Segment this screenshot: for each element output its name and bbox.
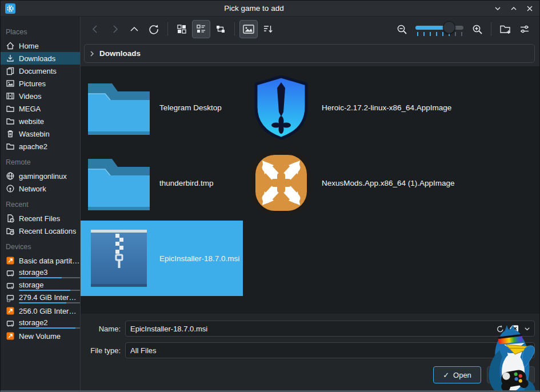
dialog-footer: Name:: [81, 314, 539, 390]
file-dialog-window: Pick game to add PlacesHomeDownloadsDocu…: [0, 0, 540, 392]
section-title-places: Places: [6, 28, 80, 36]
sidebar-item-recent-files[interactable]: Recent Files: [1, 212, 80, 225]
file-item-nexusmods-app-x86-64-1-appimage[interactable]: NexusMods.App.x86_64 (1).AppImage: [243, 145, 539, 221]
file-item-epicinstaller-18-7-0-msi[interactable]: EpicInstaller-18.7.0.msi: [81, 221, 243, 296]
breadcrumb-folder[interactable]: Downloads: [99, 49, 141, 58]
folder-icon: [6, 117, 15, 126]
sidebar-item-256-0-gib-intern-[interactable]: 256.0 GiB Intern…: [1, 305, 80, 317]
filetype-label: File type:: [85, 346, 121, 355]
sidebar-item-279-4-gib-intern-[interactable]: 279.4 GiB Intern…: [1, 292, 80, 305]
sidebar-item-downloads[interactable]: Downloads: [1, 52, 80, 65]
documents-icon: [6, 66, 15, 75]
drive-icon: [6, 319, 15, 328]
file-item-label: Telegram Desktop: [159, 103, 222, 112]
folder-icon: [6, 142, 15, 151]
device-usage-bar: [19, 327, 81, 329]
close-button[interactable]: [525, 3, 535, 14]
heroic-appimage-icon: [246, 73, 316, 142]
section-title-recent: Recent: [6, 201, 80, 209]
video-icon: [6, 91, 15, 101]
forward-button[interactable]: [106, 20, 124, 38]
archive-msi-icon: [84, 223, 154, 293]
sidebar-item-label: Documents: [19, 67, 57, 75]
sidebar-item-pictures[interactable]: Pictures: [1, 77, 80, 90]
up-button[interactable]: [125, 20, 143, 38]
sidebar-item-home[interactable]: Home: [1, 39, 80, 52]
sidebar-item-network[interactable]: Network: [1, 182, 80, 195]
slider-tick: [430, 32, 431, 36]
slider-tick: [461, 32, 462, 36]
sidebar-item-label: Downloads: [19, 54, 55, 63]
minimize-button[interactable]: [493, 3, 503, 14]
zoom-out-button[interactable]: [393, 20, 411, 38]
sidebar-item-label: Wastebin: [19, 130, 50, 138]
sidebar-item-website[interactable]: website: [1, 115, 80, 127]
cancel-button[interactable]: Cancel: [487, 366, 535, 383]
sidebar-item-label: Recent Files: [19, 214, 60, 223]
slider-track[interactable]: [415, 26, 463, 30]
sidebar-item-storage3[interactable]: storage3: [1, 267, 80, 279]
network-icon: [6, 184, 15, 193]
name-input[interactable]: [125, 321, 535, 337]
drive-icon: [6, 269, 15, 278]
zoom-in-button[interactable]: [468, 20, 486, 38]
device-usage-bar: [19, 302, 81, 303]
sidebar-item-label: Basic data partit…: [19, 257, 79, 265]
trash-icon: [6, 129, 15, 138]
filetype-value: All Files: [130, 346, 522, 355]
sidebar-item-apache2[interactable]: apache2: [1, 140, 80, 153]
details-view-button[interactable]: [192, 20, 210, 38]
chevron-down-icon[interactable]: [523, 325, 531, 333]
reload-button[interactable]: [145, 20, 163, 38]
sidebar-item-new-volume[interactable]: New Volume: [1, 330, 80, 342]
toolbar: [81, 17, 539, 42]
undo-icon[interactable]: [496, 325, 505, 333]
sidebar-item-recent-locations[interactable]: Recent Locations: [1, 225, 80, 237]
sidebar-item-label: MEGA: [19, 105, 41, 113]
home-icon: [6, 41, 15, 50]
sort-options-button[interactable]: [259, 20, 277, 38]
new-folder-button[interactable]: [496, 20, 514, 38]
sidebar-item-label: 279.4 GiB Intern…: [19, 293, 80, 302]
maximize-button[interactable]: [509, 3, 519, 14]
breadcrumb-chevron-icon: [88, 50, 96, 58]
breadcrumb[interactable]: Downloads: [84, 44, 535, 63]
sidebar-item-storage2[interactable]: storage2: [1, 317, 80, 330]
zoom-slider[interactable]: [413, 22, 466, 36]
sidebar-item-gamingonlinux[interactable]: gamingonlinux: [1, 170, 80, 182]
recent-file-icon: [6, 214, 15, 223]
nexusmods-appimage-icon: [246, 148, 316, 218]
file-item-heroic-2-17-2-linux-x86-64-appimage[interactable]: Heroic-2.17.2-linux-x86_64.AppImage: [243, 70, 539, 145]
toolbar-separator: [491, 22, 491, 36]
sidebar-item-label: apache2: [19, 142, 47, 151]
sidebar-item-storage[interactable]: storage: [1, 279, 80, 292]
slider-tick: [455, 32, 456, 36]
sidebar-item-mega[interactable]: MEGA: [1, 102, 80, 115]
drive-icon: [6, 281, 15, 290]
sidebar-item-label: Videos: [19, 92, 42, 101]
options-button[interactable]: [515, 20, 534, 38]
back-button[interactable]: [86, 20, 105, 38]
file-item-thunderbird-tmp[interactable]: thunderbird.tmp: [81, 145, 243, 221]
sidebar-item-documents[interactable]: Documents: [1, 65, 80, 77]
tree-view-button[interactable]: [211, 20, 230, 38]
filetype-combobox[interactable]: All Files: [125, 342, 535, 358]
preview-toggle-button[interactable]: [239, 20, 258, 38]
recent-location-icon: [6, 226, 15, 235]
chevron-down-icon: [522, 347, 530, 354]
sidebar-item-label: website: [19, 117, 44, 126]
toolbar-separator: [167, 22, 168, 36]
file-item-telegram-desktop[interactable]: Telegram Desktop: [81, 70, 243, 145]
file-item-label: EpicInstaller-18.7.0.msi: [159, 254, 239, 263]
drive-orange-icon: [6, 256, 15, 265]
icons-view-button[interactable]: [173, 20, 191, 38]
file-item-label: thunderbird.tmp: [159, 179, 214, 187]
sidebar-item-wastebin[interactable]: Wastebin: [1, 127, 80, 140]
open-button[interactable]: ✓ Open: [433, 366, 481, 383]
slider-handle[interactable]: [443, 21, 455, 34]
sidebar-item-label: storage: [19, 281, 80, 289]
sidebar-item-label: Recent Locations: [19, 227, 76, 235]
sidebar-item-videos[interactable]: Videos: [1, 90, 80, 102]
sidebar-item-basic-data-partit-[interactable]: Basic data partit…: [1, 254, 80, 267]
clear-text-icon[interactable]: [509, 325, 519, 333]
